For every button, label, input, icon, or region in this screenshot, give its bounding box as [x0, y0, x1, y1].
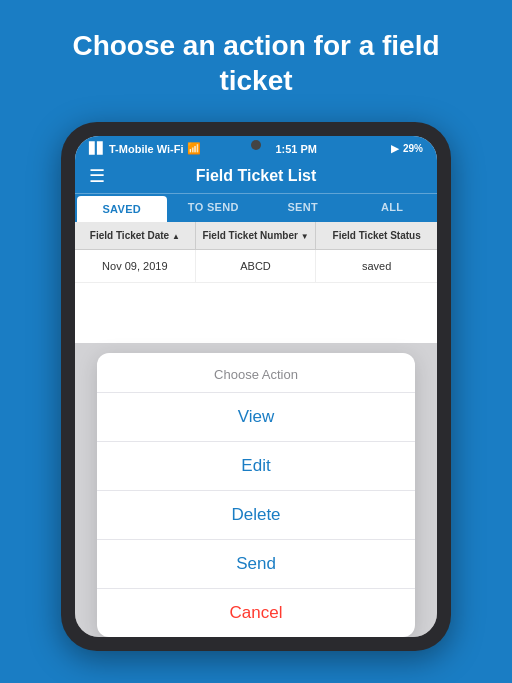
- tab-saved[interactable]: SAVED: [77, 196, 167, 222]
- table-row[interactable]: Nov 09, 2019 ABCD saved: [75, 250, 437, 283]
- tab-all[interactable]: ALL: [348, 194, 438, 222]
- action-send[interactable]: Send: [97, 540, 416, 589]
- col-header-date: Field Ticket Date ▲: [75, 222, 196, 249]
- table-container: Field Ticket Date ▲ Field Ticket Number …: [75, 222, 437, 343]
- cell-number: ABCD: [196, 250, 317, 282]
- status-bar-time: 1:51 PM: [275, 143, 317, 155]
- action-edit[interactable]: Edit: [97, 442, 416, 491]
- app-header: ☰ Field Ticket List: [75, 159, 437, 193]
- status-bar: ▋▋ T-Mobile Wi-Fi 📶 1:51 PM ▶ 29%: [75, 136, 437, 159]
- page-header: Choose an action for a field ticket: [0, 0, 512, 122]
- tab-to-send[interactable]: TO SEND: [169, 194, 259, 222]
- bottom-strip: [0, 651, 512, 683]
- col-header-status: Field Ticket Status: [316, 222, 437, 249]
- status-bar-left: ▋▋ T-Mobile Wi-Fi 📶: [89, 142, 201, 155]
- sort-desc-icon: ▼: [301, 232, 309, 241]
- status-bar-right: ▶ 29%: [391, 143, 423, 154]
- carrier-label: T-Mobile Wi-Fi: [109, 143, 183, 155]
- action-cancel[interactable]: Cancel: [97, 589, 416, 637]
- cell-date: Nov 09, 2019: [75, 250, 196, 282]
- sort-asc-icon: ▲: [172, 232, 180, 241]
- action-sheet-title: Choose Action: [97, 353, 416, 393]
- menu-icon[interactable]: ☰: [89, 165, 105, 187]
- tablet-frame: ▋▋ T-Mobile Wi-Fi 📶 1:51 PM ▶ 29% ☰ Fiel…: [61, 122, 451, 651]
- tab-sent[interactable]: SENT: [258, 194, 348, 222]
- tab-bar: SAVED TO SEND SENT ALL: [75, 193, 437, 222]
- page-title: Choose an action for a field ticket: [40, 28, 472, 98]
- cell-status: saved: [316, 250, 437, 282]
- app-title: Field Ticket List: [196, 167, 317, 185]
- location-icon: ▶: [391, 143, 399, 154]
- screen: ▋▋ T-Mobile Wi-Fi 📶 1:51 PM ▶ 29% ☰ Fiel…: [75, 136, 437, 637]
- table-header: Field Ticket Date ▲ Field Ticket Number …: [75, 222, 437, 250]
- wifi-icon: 📶: [187, 142, 201, 155]
- battery-label: 29%: [403, 143, 423, 154]
- signal-icon: ▋▋: [89, 142, 105, 155]
- action-sheet: Choose Action View Edit Delete Send Canc…: [97, 353, 416, 637]
- action-delete[interactable]: Delete: [97, 491, 416, 540]
- action-view[interactable]: View: [97, 393, 416, 442]
- col-header-number: Field Ticket Number ▼: [196, 222, 317, 249]
- overlay-area: Choose Action View Edit Delete Send Canc…: [75, 343, 437, 637]
